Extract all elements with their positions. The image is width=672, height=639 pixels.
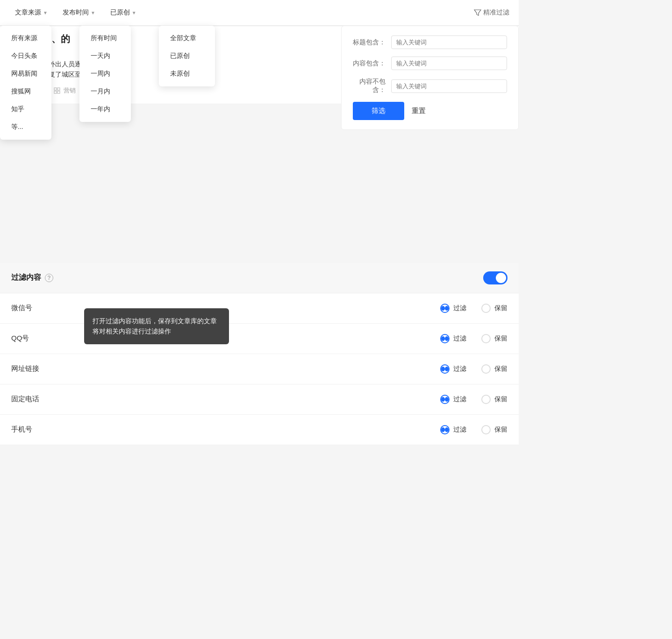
filter-section-title-text: 过滤内容 <box>11 273 41 283</box>
precision-label: 精准过滤 <box>483 8 509 17</box>
title-filter-input[interactable] <box>391 36 507 49</box>
original-arrow-icon: ▼ <box>132 10 136 15</box>
filter-row-qq: QQ号 过滤 保留 <box>0 324 519 354</box>
keep-label-qq: 保留 <box>494 334 508 343</box>
keep-radio-url[interactable]: 保留 <box>481 364 508 374</box>
radio-group-wechat: 过滤 保留 <box>440 304 508 313</box>
filter-section: 过滤内容 ? <box>0 263 519 293</box>
time-item-1week[interactable]: 一周内 <box>79 65 131 83</box>
original-filter-btn[interactable]: 已原创 ▼ <box>105 6 142 20</box>
filter-row-url: 网址链接 过滤 保留 <box>0 354 519 384</box>
filter-section-header: 过滤内容 ? <box>0 263 519 293</box>
svg-rect-5 <box>57 91 60 93</box>
radio-circle-filter-url <box>440 364 450 374</box>
radio-circle-keep-landline <box>481 395 491 404</box>
content-filter-row: 内容包含： <box>353 57 507 70</box>
content-filter-label: 内容包含： <box>353 59 386 68</box>
source-dropdown: 所有来源 今日头条 网易新闻 搜狐网 知乎 等... <box>0 26 51 140</box>
source-arrow-icon: ▼ <box>43 10 48 15</box>
keep-label-landline: 保留 <box>494 395 508 404</box>
filter-label-qq: 过滤 <box>453 334 466 343</box>
keep-label-url: 保留 <box>494 365 508 373</box>
right-filter-panel: 标题包含： 内容包含： 内容不包含： 筛选 重置 <box>341 26 519 130</box>
filter-row-mobile: 手机号 过滤 保留 <box>0 415 519 445</box>
radio-group-mobile: 过滤 保留 <box>440 425 508 434</box>
radio-circle-keep-url <box>481 364 491 374</box>
svg-rect-2 <box>54 88 57 90</box>
precision-filter: 精准过滤 <box>474 8 509 17</box>
filter-radio-url[interactable]: 过滤 <box>440 364 466 374</box>
grid-icon <box>53 87 61 94</box>
original-dropdown: 全部文章 已原创 未原创 <box>159 26 215 86</box>
filter-radio-qq[interactable]: 过滤 <box>440 334 466 343</box>
original-item-no[interactable]: 未原创 <box>159 65 215 83</box>
radio-circle-filter-qq <box>440 334 450 343</box>
filter-label-wechat: 过滤 <box>453 304 466 312</box>
radio-circle-keep-mobile <box>481 425 491 434</box>
radio-circle-filter-wechat <box>440 304 450 313</box>
exclude-filter-row: 内容不包含： <box>353 78 507 94</box>
original-filter-label: 已原创 <box>110 8 130 17</box>
radio-group-landline: 过滤 保留 <box>440 395 508 404</box>
title-filter-label: 标题包含： <box>353 38 386 47</box>
radio-group-url: 过滤 保留 <box>440 364 508 374</box>
tooltip-text: 打开过滤内容功能后，保存到文章库的文章将对相关内容进行过滤操作 <box>93 317 217 335</box>
source-filter-btn[interactable]: 文章来源 ▼ <box>9 6 53 20</box>
exclude-filter-input[interactable] <box>391 79 507 93</box>
source-item-all[interactable]: 所有来源 <box>0 29 51 47</box>
time-item-1month[interactable]: 一月内 <box>79 83 131 100</box>
content-filter-input[interactable] <box>391 57 507 70</box>
time-item-all[interactable]: 所有时间 <box>79 29 131 47</box>
radio-circle-keep-wechat <box>481 304 491 313</box>
keep-radio-mobile[interactable]: 保留 <box>481 425 508 434</box>
exclude-filter-label: 内容不包含： <box>353 78 386 94</box>
time-item-1day[interactable]: 一天内 <box>79 47 131 65</box>
original-item-yes[interactable]: 已原创 <box>159 47 215 65</box>
keep-radio-landline[interactable]: 保留 <box>481 395 508 404</box>
source-item-more[interactable]: 等... <box>0 118 51 136</box>
source-item-toutiao[interactable]: 今日头条 <box>0 47 51 65</box>
filter-row-wechat: 微信号 过滤 保留 <box>0 293 519 324</box>
filter-actions: 筛选 重置 <box>353 102 507 120</box>
svg-rect-3 <box>57 88 60 90</box>
time-filter-btn[interactable]: 发布时间 ▼ <box>57 6 101 20</box>
original-item-all[interactable]: 全部文章 <box>159 29 215 47</box>
radio-group-qq: 过滤 保留 <box>440 334 508 343</box>
marketing-label: 营销 <box>64 86 76 95</box>
filter-radio-wechat[interactable]: 过滤 <box>440 304 466 313</box>
keep-label-mobile: 保留 <box>494 426 508 434</box>
source-item-sohu[interactable]: 搜狐网 <box>0 83 51 100</box>
content-filter-section: 微信号 过滤 保留 QQ号 过滤 <box>0 293 519 445</box>
svg-rect-4 <box>54 91 57 93</box>
filter-radio-landline[interactable]: 过滤 <box>440 395 466 404</box>
filter-label-url: 过滤 <box>453 365 466 373</box>
source-item-zhihu[interactable]: 知乎 <box>0 100 51 118</box>
keep-label-wechat: 保留 <box>494 304 508 312</box>
source-filter-label: 文章来源 <box>15 8 41 17</box>
tooltip-box: 打开过滤内容功能后，保存到文章库的文章将对相关内容进行过滤操作 <box>84 308 229 344</box>
radio-circle-keep-qq <box>481 334 491 343</box>
filter-name-mobile: 手机号 <box>11 425 440 434</box>
title-filter-row: 标题包含： <box>353 36 507 49</box>
reset-filter-button[interactable]: 重置 <box>412 106 426 115</box>
filter-label-mobile: 过滤 <box>453 426 466 434</box>
marketing-action[interactable]: 营销 <box>53 86 76 95</box>
filter-name-landline: 固定电话 <box>11 395 440 404</box>
funnel-icon <box>474 9 481 16</box>
filter-name-url: 网址链接 <box>11 364 440 373</box>
keep-radio-wechat[interactable]: 保留 <box>481 304 508 313</box>
filter-label-landline: 过滤 <box>453 395 466 404</box>
apply-filter-button[interactable]: 筛选 <box>353 102 404 120</box>
filter-toggle[interactable] <box>483 271 508 284</box>
keep-radio-qq[interactable]: 保留 <box>481 334 508 343</box>
radio-circle-filter-landline <box>440 395 450 404</box>
time-dropdown: 所有时间 一天内 一周内 一月内 一年内 <box>79 26 131 122</box>
filter-radio-mobile[interactable]: 过滤 <box>440 425 466 434</box>
radio-circle-filter-mobile <box>440 425 450 434</box>
help-icon[interactable]: ? <box>45 274 53 282</box>
source-item-163[interactable]: 网易新闻 <box>0 65 51 83</box>
time-item-1year[interactable]: 一年内 <box>79 100 131 118</box>
filter-row-landline: 固定电话 过滤 保留 <box>0 384 519 415</box>
time-filter-label: 发布时间 <box>63 8 89 17</box>
time-arrow-icon: ▼ <box>91 10 95 15</box>
